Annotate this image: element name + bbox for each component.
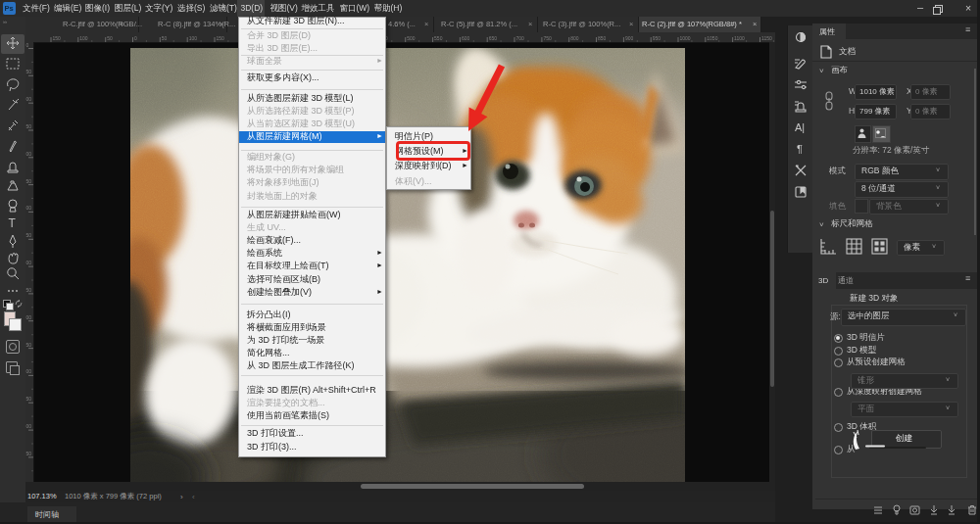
svg-text:50: 50 [26,69,32,74]
svg-text:00: 00 [26,151,32,157]
svg-text:700: 700 [516,35,525,41]
svg-text:0: 0 [26,42,29,48]
svg-text:50: 50 [26,342,32,348]
svg-text:1150: 1150 [761,35,772,41]
svg-text:0: 0 [134,35,137,41]
svg-text:50: 50 [26,123,32,129]
svg-text:1100: 1100 [734,35,745,41]
svg-text:00: 00 [26,314,32,320]
svg-text:150: 150 [217,35,225,41]
svg-text:550: 550 [434,35,443,41]
svg-text:800: 800 [570,35,579,41]
svg-text:500: 500 [407,35,416,41]
svg-text:50: 50 [26,287,32,293]
svg-text:00: 00 [26,260,32,265]
svg-text:¶: ¶ [797,143,803,155]
svg-text:600: 600 [462,35,470,41]
svg-text:00: 00 [26,205,32,211]
svg-text:T: T [9,216,17,230]
svg-text:100: 100 [189,35,198,41]
svg-text:1050: 1050 [707,35,717,41]
svg-text:A|: A| [795,121,805,133]
svg-text:50: 50 [26,396,32,402]
svg-text:100: 100 [79,35,88,41]
svg-text:00: 00 [26,368,32,374]
svg-text:950: 950 [653,35,662,41]
svg-text:900: 900 [625,35,634,41]
svg-text:00: 00 [26,423,32,429]
svg-text:50: 50 [26,451,32,456]
svg-text:50: 50 [107,35,113,41]
svg-text:50: 50 [26,232,32,238]
svg-text:750: 750 [543,35,552,41]
svg-text:50: 50 [162,35,168,41]
svg-text:850: 850 [598,35,607,41]
svg-text:1000: 1000 [680,35,691,41]
svg-text:650: 650 [489,35,498,41]
svg-text:50: 50 [26,178,32,184]
svg-text:00: 00 [26,96,32,102]
svg-text:150: 150 [53,35,62,41]
